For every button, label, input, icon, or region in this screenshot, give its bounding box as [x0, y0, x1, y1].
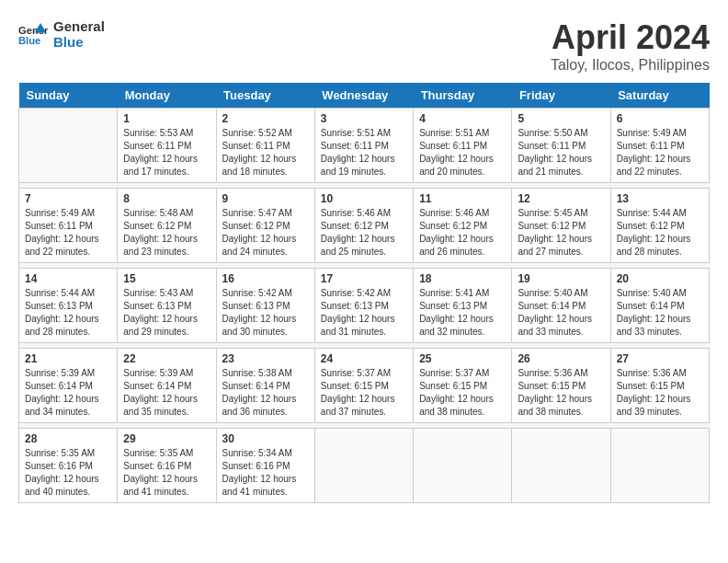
table-row: 17Sunrise: 5:42 AMSunset: 6:13 PMDayligh…	[314, 269, 413, 343]
day-info: Sunrise: 5:47 AMSunset: 6:12 PMDaylight:…	[222, 207, 309, 259]
day-info: Sunrise: 5:41 AMSunset: 6:13 PMDaylight:…	[419, 287, 506, 339]
table-row: 20Sunrise: 5:40 AMSunset: 6:14 PMDayligh…	[610, 269, 709, 343]
table-row	[512, 429, 610, 503]
day-number: 28	[25, 432, 111, 445]
table-row: 3Sunrise: 5:51 AMSunset: 6:11 PMDaylight…	[314, 109, 413, 183]
table-row: 15Sunrise: 5:43 AMSunset: 6:13 PMDayligh…	[118, 269, 216, 343]
day-info: Sunrise: 5:40 AMSunset: 6:14 PMDaylight:…	[518, 287, 604, 339]
day-number: 13	[617, 192, 703, 205]
day-info: Sunrise: 5:44 AMSunset: 6:13 PMDaylight:…	[25, 287, 111, 339]
table-row: 30Sunrise: 5:34 AMSunset: 6:16 PMDayligh…	[216, 429, 314, 503]
day-number: 25	[419, 352, 506, 365]
day-number: 20	[617, 272, 703, 285]
table-row: 16Sunrise: 5:42 AMSunset: 6:13 PMDayligh…	[216, 269, 314, 343]
day-number: 16	[222, 272, 309, 285]
calendar-week-row: 7Sunrise: 5:49 AMSunset: 6:11 PMDaylight…	[19, 189, 710, 263]
table-row: 22Sunrise: 5:39 AMSunset: 6:14 PMDayligh…	[118, 349, 216, 423]
day-number: 7	[25, 192, 111, 205]
day-number: 14	[25, 272, 111, 285]
day-info: Sunrise: 5:34 AMSunset: 6:16 PMDaylight:…	[222, 447, 309, 499]
day-number: 23	[222, 352, 309, 365]
day-info: Sunrise: 5:46 AMSunset: 6:12 PMDaylight:…	[419, 207, 506, 259]
day-info: Sunrise: 5:37 AMSunset: 6:15 PMDaylight:…	[419, 367, 506, 419]
calendar-week-row: 28Sunrise: 5:35 AMSunset: 6:16 PMDayligh…	[19, 429, 710, 503]
table-row	[414, 429, 512, 503]
day-info: Sunrise: 5:35 AMSunset: 6:16 PMDaylight:…	[123, 447, 210, 499]
day-number: 30	[222, 432, 309, 445]
day-info: Sunrise: 5:36 AMSunset: 6:15 PMDaylight:…	[518, 367, 604, 419]
header-tuesday: Tuesday	[216, 83, 314, 109]
header: General Blue General Blue April 2024 Tal…	[18, 18, 710, 74]
table-row: 19Sunrise: 5:40 AMSunset: 6:14 PMDayligh…	[512, 269, 610, 343]
svg-text:Blue: Blue	[18, 35, 40, 46]
header-thursday: Thursday	[414, 83, 512, 109]
day-number: 19	[518, 272, 604, 285]
table-row: 27Sunrise: 5:36 AMSunset: 6:15 PMDayligh…	[610, 349, 709, 423]
logo-icon: General Blue	[18, 19, 48, 49]
calendar-week-row: 21Sunrise: 5:39 AMSunset: 6:14 PMDayligh…	[19, 349, 710, 423]
table-row: 9Sunrise: 5:47 AMSunset: 6:12 PMDaylight…	[216, 189, 314, 263]
day-info: Sunrise: 5:35 AMSunset: 6:16 PMDaylight:…	[25, 447, 111, 499]
day-number: 15	[123, 272, 210, 285]
day-number: 12	[518, 192, 604, 205]
day-info: Sunrise: 5:48 AMSunset: 6:12 PMDaylight:…	[123, 207, 210, 259]
day-info: Sunrise: 5:43 AMSunset: 6:13 PMDaylight:…	[123, 287, 210, 339]
day-info: Sunrise: 5:49 AMSunset: 6:11 PMDaylight:…	[25, 207, 111, 259]
day-number: 4	[419, 112, 506, 125]
calendar-week-row: 14Sunrise: 5:44 AMSunset: 6:13 PMDayligh…	[19, 269, 710, 343]
subtitle: Taloy, Ilocos, Philippines	[551, 57, 710, 74]
day-number: 29	[123, 432, 210, 445]
day-number: 26	[518, 352, 604, 365]
table-row	[610, 429, 709, 503]
table-row	[19, 109, 118, 183]
day-info: Sunrise: 5:42 AMSunset: 6:13 PMDaylight:…	[222, 287, 309, 339]
day-number: 9	[222, 192, 309, 205]
calendar-header-row: Sunday Monday Tuesday Wednesday Thursday…	[19, 83, 710, 109]
logo: General Blue General Blue	[18, 18, 105, 50]
table-row: 5Sunrise: 5:50 AMSunset: 6:11 PMDaylight…	[512, 109, 610, 183]
day-number: 24	[321, 352, 407, 365]
day-info: Sunrise: 5:52 AMSunset: 6:11 PMDaylight:…	[222, 127, 309, 178]
calendar-week-row: 1Sunrise: 5:53 AMSunset: 6:11 PMDaylight…	[19, 109, 710, 183]
logo-text-blue: Blue	[53, 34, 105, 50]
table-row	[314, 429, 413, 503]
table-row: 7Sunrise: 5:49 AMSunset: 6:11 PMDaylight…	[19, 189, 118, 263]
header-monday: Monday	[118, 83, 216, 109]
day-info: Sunrise: 5:49 AMSunset: 6:11 PMDaylight:…	[617, 127, 703, 178]
day-number: 2	[222, 112, 309, 125]
day-info: Sunrise: 5:51 AMSunset: 6:11 PMDaylight:…	[321, 127, 407, 178]
day-info: Sunrise: 5:39 AMSunset: 6:14 PMDaylight:…	[25, 367, 111, 419]
table-row: 24Sunrise: 5:37 AMSunset: 6:15 PMDayligh…	[314, 349, 413, 423]
table-row: 11Sunrise: 5:46 AMSunset: 6:12 PMDayligh…	[414, 189, 512, 263]
table-row: 25Sunrise: 5:37 AMSunset: 6:15 PMDayligh…	[414, 349, 512, 423]
table-row: 13Sunrise: 5:44 AMSunset: 6:12 PMDayligh…	[610, 189, 709, 263]
logo-text-general: General	[53, 18, 105, 34]
day-info: Sunrise: 5:42 AMSunset: 6:13 PMDaylight:…	[321, 287, 407, 339]
header-friday: Friday	[512, 83, 610, 109]
title-area: April 2024 Taloy, Ilocos, Philippines	[551, 18, 710, 74]
day-info: Sunrise: 5:44 AMSunset: 6:12 PMDaylight:…	[617, 207, 703, 259]
day-number: 10	[321, 192, 407, 205]
table-row: 26Sunrise: 5:36 AMSunset: 6:15 PMDayligh…	[512, 349, 610, 423]
main-title: April 2024	[551, 18, 710, 57]
day-info: Sunrise: 5:40 AMSunset: 6:14 PMDaylight:…	[617, 287, 703, 339]
header-wednesday: Wednesday	[314, 83, 413, 109]
table-row: 12Sunrise: 5:45 AMSunset: 6:12 PMDayligh…	[512, 189, 610, 263]
table-row: 14Sunrise: 5:44 AMSunset: 6:13 PMDayligh…	[19, 269, 118, 343]
day-number: 1	[123, 112, 210, 125]
day-number: 22	[123, 352, 210, 365]
day-info: Sunrise: 5:39 AMSunset: 6:14 PMDaylight:…	[123, 367, 210, 419]
day-number: 3	[321, 112, 407, 125]
table-row: 28Sunrise: 5:35 AMSunset: 6:16 PMDayligh…	[19, 429, 118, 503]
header-saturday: Saturday	[610, 83, 709, 109]
calendar-table: Sunday Monday Tuesday Wednesday Thursday…	[18, 83, 710, 503]
day-number: 21	[25, 352, 111, 365]
day-number: 6	[617, 112, 703, 125]
table-row: 18Sunrise: 5:41 AMSunset: 6:13 PMDayligh…	[414, 269, 512, 343]
day-number: 18	[419, 272, 506, 285]
day-number: 5	[518, 112, 604, 125]
table-row: 6Sunrise: 5:49 AMSunset: 6:11 PMDaylight…	[610, 109, 709, 183]
header-sunday: Sunday	[19, 83, 118, 109]
table-row: 8Sunrise: 5:48 AMSunset: 6:12 PMDaylight…	[118, 189, 216, 263]
day-info: Sunrise: 5:45 AMSunset: 6:12 PMDaylight:…	[518, 207, 604, 259]
